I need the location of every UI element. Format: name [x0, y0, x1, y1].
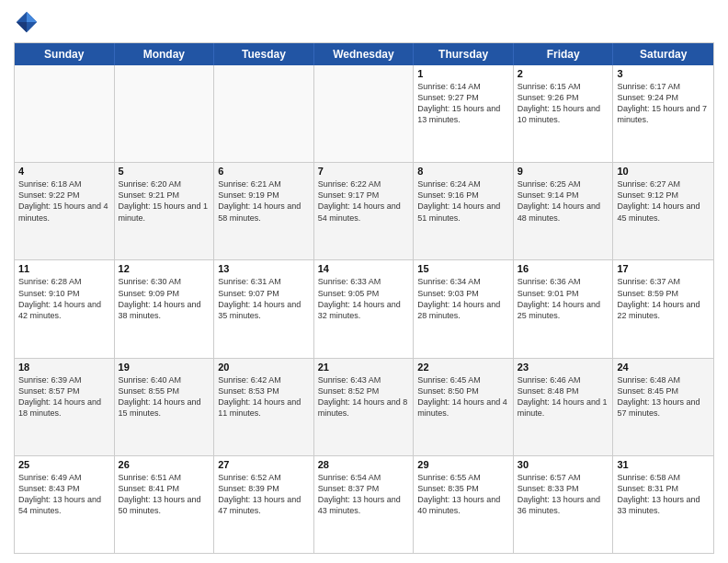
calendar-cell: 28Sunrise: 6:54 AM Sunset: 8:37 PM Dayli… [314, 456, 415, 553]
calendar-cell: 26Sunrise: 6:51 AM Sunset: 8:41 PM Dayli… [115, 456, 215, 553]
day-number: 23 [518, 362, 609, 373]
day-number: 4 [18, 166, 110, 177]
day-number: 29 [417, 459, 509, 470]
calendar-cell: 17Sunrise: 6:37 AM Sunset: 8:59 PM Dayli… [613, 260, 713, 357]
day-info: Sunrise: 6:54 AM Sunset: 8:37 PM Dayligh… [318, 472, 410, 517]
calendar-row-4: 25Sunrise: 6:49 AM Sunset: 8:43 PM Dayli… [15, 455, 713, 553]
day-info: Sunrise: 6:20 AM Sunset: 9:21 PM Dayligh… [119, 178, 210, 224]
calendar-cell: 31Sunrise: 6:58 AM Sunset: 8:31 PM Dayli… [613, 456, 713, 553]
day-info: Sunrise: 6:46 AM Sunset: 8:48 PM Dayligh… [518, 374, 609, 419]
calendar-cell: 5Sunrise: 6:20 AM Sunset: 9:21 PM Daylig… [115, 163, 215, 259]
day-number: 5 [119, 166, 210, 177]
header-day-sunday: Sunday [15, 43, 115, 65]
day-info: Sunrise: 6:24 AM Sunset: 9:16 PM Dayligh… [417, 178, 509, 224]
calendar-row-1: 4Sunrise: 6:18 AM Sunset: 9:22 PM Daylig… [15, 162, 713, 259]
calendar-cell: 2Sunrise: 6:15 AM Sunset: 9:26 PM Daylig… [514, 65, 614, 162]
calendar-cell: 19Sunrise: 6:40 AM Sunset: 8:55 PM Dayli… [115, 359, 215, 455]
day-info: Sunrise: 6:58 AM Sunset: 8:31 PM Dayligh… [617, 472, 710, 517]
day-number: 15 [417, 263, 509, 274]
day-info: Sunrise: 6:40 AM Sunset: 8:55 PM Dayligh… [119, 374, 210, 419]
day-info: Sunrise: 6:49 AM Sunset: 8:43 PM Dayligh… [18, 472, 110, 517]
header-day-thursday: Thursday [414, 43, 514, 65]
day-info: Sunrise: 6:34 AM Sunset: 9:03 PM Dayligh… [417, 276, 509, 321]
calendar-cell [15, 65, 115, 162]
header-day-monday: Monday [115, 43, 215, 65]
calendar-cell: 24Sunrise: 6:48 AM Sunset: 8:45 PM Dayli… [613, 359, 713, 455]
day-info: Sunrise: 6:37 AM Sunset: 8:59 PM Dayligh… [617, 276, 710, 321]
header-day-tuesday: Tuesday [214, 43, 314, 65]
day-info: Sunrise: 6:43 AM Sunset: 8:52 PM Dayligh… [318, 374, 410, 419]
header [14, 9, 714, 35]
calendar-cell: 8Sunrise: 6:24 AM Sunset: 9:16 PM Daylig… [414, 163, 514, 259]
calendar-cell: 3Sunrise: 6:17 AM Sunset: 9:24 PM Daylig… [613, 65, 713, 162]
day-number: 13 [218, 263, 310, 274]
day-number: 27 [218, 459, 310, 470]
calendar-cell: 1Sunrise: 6:14 AM Sunset: 9:27 PM Daylig… [414, 65, 514, 162]
day-info: Sunrise: 6:15 AM Sunset: 9:26 PM Dayligh… [518, 81, 609, 126]
day-info: Sunrise: 6:14 AM Sunset: 9:27 PM Dayligh… [417, 81, 509, 126]
day-info: Sunrise: 6:52 AM Sunset: 8:39 PM Dayligh… [218, 472, 310, 517]
day-info: Sunrise: 6:33 AM Sunset: 9:05 PM Dayligh… [318, 276, 410, 321]
day-number: 31 [617, 459, 710, 470]
svg-marker-1 [27, 12, 37, 22]
day-info: Sunrise: 6:27 AM Sunset: 9:12 PM Dayligh… [617, 178, 710, 224]
day-number: 30 [518, 459, 609, 470]
calendar-cell: 14Sunrise: 6:33 AM Sunset: 9:05 PM Dayli… [314, 260, 415, 357]
day-info: Sunrise: 6:57 AM Sunset: 8:33 PM Dayligh… [518, 472, 609, 517]
day-number: 19 [119, 362, 210, 373]
calendar-cell: 29Sunrise: 6:55 AM Sunset: 8:35 PM Dayli… [414, 456, 514, 553]
day-number: 9 [518, 166, 609, 177]
day-number: 7 [318, 166, 410, 177]
calendar-cell: 16Sunrise: 6:36 AM Sunset: 9:01 PM Dayli… [514, 260, 614, 357]
day-number: 12 [119, 263, 210, 274]
calendar-row-0: 1Sunrise: 6:14 AM Sunset: 9:27 PM Daylig… [15, 65, 713, 162]
calendar-cell: 4Sunrise: 6:18 AM Sunset: 9:22 PM Daylig… [15, 163, 115, 259]
day-number: 8 [417, 166, 509, 177]
day-info: Sunrise: 6:18 AM Sunset: 9:22 PM Dayligh… [18, 178, 110, 224]
day-info: Sunrise: 6:21 AM Sunset: 9:19 PM Dayligh… [218, 178, 310, 224]
day-number: 28 [318, 459, 410, 470]
logo [14, 9, 43, 35]
calendar-cell: 30Sunrise: 6:57 AM Sunset: 8:33 PM Dayli… [514, 456, 614, 553]
calendar-row-2: 11Sunrise: 6:28 AM Sunset: 9:10 PM Dayli… [15, 259, 713, 357]
calendar-cell: 18Sunrise: 6:39 AM Sunset: 8:57 PM Dayli… [15, 359, 115, 455]
calendar-cell [214, 65, 314, 162]
day-info: Sunrise: 6:31 AM Sunset: 9:07 PM Dayligh… [218, 276, 310, 321]
calendar-row-3: 18Sunrise: 6:39 AM Sunset: 8:57 PM Dayli… [15, 358, 713, 455]
calendar: SundayMondayTuesdayWednesdayThursdayFrid… [14, 42, 714, 554]
day-info: Sunrise: 6:39 AM Sunset: 8:57 PM Dayligh… [18, 374, 110, 419]
header-day-friday: Friday [514, 43, 614, 65]
day-info: Sunrise: 6:17 AM Sunset: 9:24 PM Dayligh… [617, 81, 710, 126]
calendar-cell [115, 65, 215, 162]
calendar-cell: 21Sunrise: 6:43 AM Sunset: 8:52 PM Dayli… [314, 359, 415, 455]
day-number: 22 [417, 362, 509, 373]
logo-icon [14, 9, 40, 35]
calendar-cell: 12Sunrise: 6:30 AM Sunset: 9:09 PM Dayli… [115, 260, 215, 357]
calendar-cell: 27Sunrise: 6:52 AM Sunset: 8:39 PM Dayli… [214, 456, 314, 553]
day-number: 10 [617, 166, 710, 177]
day-info: Sunrise: 6:22 AM Sunset: 9:17 PM Dayligh… [318, 178, 410, 224]
day-number: 18 [18, 362, 110, 373]
calendar-header: SundayMondayTuesdayWednesdayThursdayFrid… [15, 43, 713, 65]
day-number: 24 [617, 362, 710, 373]
day-info: Sunrise: 6:51 AM Sunset: 8:41 PM Dayligh… [119, 472, 210, 517]
calendar-cell: 10Sunrise: 6:27 AM Sunset: 9:12 PM Dayli… [613, 163, 713, 259]
day-info: Sunrise: 6:48 AM Sunset: 8:45 PM Dayligh… [617, 374, 710, 419]
calendar-cell: 6Sunrise: 6:21 AM Sunset: 9:19 PM Daylig… [214, 163, 314, 259]
day-number: 21 [318, 362, 410, 373]
calendar-cell: 25Sunrise: 6:49 AM Sunset: 8:43 PM Dayli… [15, 456, 115, 553]
day-info: Sunrise: 6:30 AM Sunset: 9:09 PM Dayligh… [119, 276, 210, 321]
day-number: 20 [218, 362, 310, 373]
day-number: 3 [617, 68, 710, 79]
day-number: 16 [518, 263, 609, 274]
calendar-body: 1Sunrise: 6:14 AM Sunset: 9:27 PM Daylig… [15, 65, 713, 553]
calendar-cell: 20Sunrise: 6:42 AM Sunset: 8:53 PM Dayli… [214, 359, 314, 455]
day-number: 26 [119, 459, 210, 470]
day-info: Sunrise: 6:36 AM Sunset: 9:01 PM Dayligh… [518, 276, 609, 321]
day-number: 6 [218, 166, 310, 177]
day-number: 17 [617, 263, 710, 274]
day-info: Sunrise: 6:28 AM Sunset: 9:10 PM Dayligh… [18, 276, 110, 321]
calendar-cell: 15Sunrise: 6:34 AM Sunset: 9:03 PM Dayli… [414, 260, 514, 357]
calendar-cell: 13Sunrise: 6:31 AM Sunset: 9:07 PM Dayli… [214, 260, 314, 357]
calendar-cell: 11Sunrise: 6:28 AM Sunset: 9:10 PM Dayli… [15, 260, 115, 357]
